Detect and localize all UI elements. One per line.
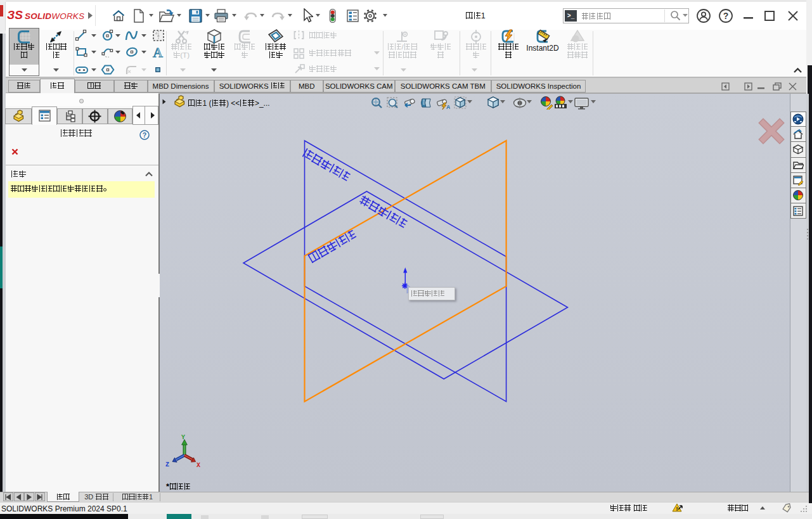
svg-text:?: ? bbox=[723, 11, 729, 21]
svg-text:A: A bbox=[153, 45, 163, 59]
svg-text:X: X bbox=[197, 462, 200, 469]
svg-text:!: ! bbox=[676, 506, 678, 512]
svg-text:?: ? bbox=[143, 131, 146, 139]
svg-text:Z: Z bbox=[165, 461, 169, 468]
